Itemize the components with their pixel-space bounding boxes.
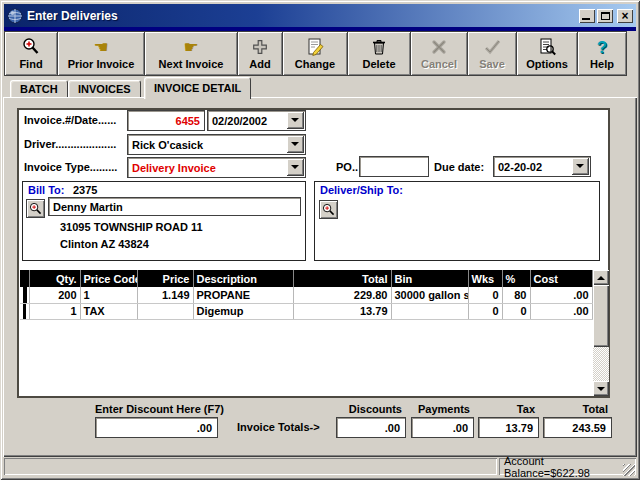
col-bin[interactable]: Bin <box>391 270 468 287</box>
po-field[interactable] <box>359 156 429 177</box>
edit-document-icon <box>305 36 325 58</box>
hand-left-icon: ☚ <box>93 36 108 58</box>
change-button[interactable]: Change <box>282 31 348 76</box>
col-wks[interactable]: Wks <box>468 270 502 287</box>
dropdown-arrow-icon[interactable] <box>287 136 304 153</box>
save-check-icon <box>482 36 502 58</box>
title-bar[interactable]: Enter Deliveries × <box>4 4 636 27</box>
help-button[interactable]: ? Help <box>577 31 627 76</box>
lookup-magnifier-icon <box>29 202 42 215</box>
dropdown-arrow-icon[interactable] <box>572 158 589 175</box>
app-window: Enter Deliveries × Find ☚ Prior Invoice … <box>0 0 640 480</box>
scroll-up-button[interactable] <box>593 270 609 285</box>
status-panel-left <box>4 458 497 475</box>
col-price-code[interactable]: Price Code <box>80 270 137 287</box>
prior-invoice-button[interactable]: ☚ Prior Invoice <box>57 31 145 76</box>
tab-batch[interactable]: BATCH <box>10 80 68 98</box>
status-panel-account-balance: Account Balance=$622.98 <box>499 458 636 475</box>
grid-table: Qty. Price Code Price Description Total … <box>20 270 593 320</box>
help-question-icon: ? <box>597 36 607 58</box>
account-balance-text: Account Balance=$622.98 <box>504 455 631 479</box>
invoice-number-field[interactable]: 6455 <box>127 110 205 131</box>
col-cost[interactable]: Cost <box>530 270 592 287</box>
scroll-down-button[interactable] <box>593 381 609 396</box>
app-globe-icon <box>7 8 23 24</box>
find-button[interactable]: Find <box>4 31 58 76</box>
tax-column-label: Tax <box>478 403 535 415</box>
bill-to-address1: 31095 TOWNSHIP ROAD 11 <box>60 221 203 233</box>
payments-column-label: Payments <box>411 403 470 415</box>
scroll-down-icon <box>597 387 605 391</box>
invoice-number-label: Invoice.#/Date...... <box>24 114 116 126</box>
hand-right-icon: ☛ <box>183 36 198 58</box>
ship-to-lookup-button[interactable] <box>319 200 338 219</box>
bill-to-address2: Clinton AZ 43824 <box>60 238 149 250</box>
options-button[interactable]: Options <box>516 31 578 76</box>
scrollbar-thumb[interactable] <box>593 285 609 347</box>
tax-total-field: 13.79 <box>478 417 539 438</box>
grid-scrollbar[interactable] <box>593 270 609 396</box>
invoice-type-combo[interactable]: Delivery Invoice <box>127 157 306 178</box>
trash-icon <box>369 36 389 58</box>
po-label: PO.. <box>336 161 358 173</box>
dropdown-arrow-icon[interactable] <box>287 112 304 129</box>
delete-button[interactable]: Delete <box>347 31 411 76</box>
col-description[interactable]: Description <box>193 270 293 287</box>
close-button[interactable]: × <box>617 9 633 23</box>
payments-total-field[interactable]: .00 <box>411 417 474 438</box>
grid-row-1[interactable]: 200 1 1.149 PROPANE 229.80 30000 gallon … <box>20 287 592 303</box>
add-button[interactable]: Add <box>237 31 283 76</box>
invoice-totals-label: Invoice Totals-> <box>237 421 320 433</box>
col-qty[interactable]: Qty. <box>29 270 80 287</box>
bill-to-lookup-button[interactable] <box>26 199 45 218</box>
lookup-magnifier-icon <box>322 203 335 216</box>
next-invoice-button[interactable]: ☛ Next Invoice <box>144 31 238 76</box>
due-date-label: Due date: <box>434 161 484 173</box>
minimize-button[interactable] <box>579 9 595 23</box>
scroll-up-icon <box>597 276 605 280</box>
invoice-type-label: Invoice Type......... <box>24 161 117 173</box>
cancel-x-icon <box>429 36 449 58</box>
row-indicator-current <box>23 287 27 303</box>
row-indicator <box>23 304 26 319</box>
due-date-combo[interactable]: 02-20-02 <box>493 156 591 177</box>
resize-grip-icon[interactable] <box>623 464 635 476</box>
window-title: Enter Deliveries <box>27 9 577 23</box>
bill-to-name-field[interactable]: Denny Martin <box>48 197 301 216</box>
maximize-icon <box>601 12 610 20</box>
bill-to-account: 2375 <box>73 184 97 196</box>
driver-combo[interactable]: Rick O'casick <box>127 134 306 155</box>
options-list-icon <box>537 36 557 58</box>
driver-label: Driver.................... <box>24 138 116 150</box>
maximize-button[interactable] <box>597 9 613 23</box>
grand-total-field: 243.59 <box>543 417 612 438</box>
plus-icon <box>251 36 269 58</box>
minimize-icon <box>582 18 590 20</box>
discount-label: Enter Discount Here (F7) <box>95 403 224 415</box>
total-column-label: Total <box>543 403 608 415</box>
grid-header-row: Qty. Price Code Price Description Total … <box>20 270 592 287</box>
discounts-total-field[interactable]: .00 <box>336 417 406 438</box>
discount-field[interactable]: .00 <box>95 417 218 438</box>
save-button[interactable]: Save <box>467 31 517 76</box>
tab-invoices[interactable]: INVOICES <box>68 80 141 98</box>
cancel-button[interactable]: Cancel <box>410 31 468 76</box>
discounts-column-label: Discounts <box>336 403 402 415</box>
ship-to-label: Deliver/Ship To: <box>320 184 403 196</box>
dropdown-arrow-icon[interactable] <box>287 159 304 176</box>
col-total[interactable]: Total <box>293 270 391 287</box>
invoice-date-combo[interactable]: 02/20/2002 <box>207 110 306 131</box>
find-icon <box>21 36 41 58</box>
col-price[interactable]: Price <box>137 270 193 287</box>
line-items-grid: Qty. Price Code Price Description Total … <box>20 270 608 396</box>
grid-row-2[interactable]: 1 TAX Digemup 13.79 0 0 .00 <box>20 303 592 319</box>
bill-to-label: Bill To: <box>28 184 64 196</box>
close-icon: × <box>621 11 628 21</box>
col-pct[interactable]: % <box>502 270 530 287</box>
toolbar: Find ☚ Prior Invoice ☛ Next Invoice Add … <box>4 31 636 76</box>
tab-invoice-detail[interactable]: INVOICE DETAIL <box>144 77 251 99</box>
